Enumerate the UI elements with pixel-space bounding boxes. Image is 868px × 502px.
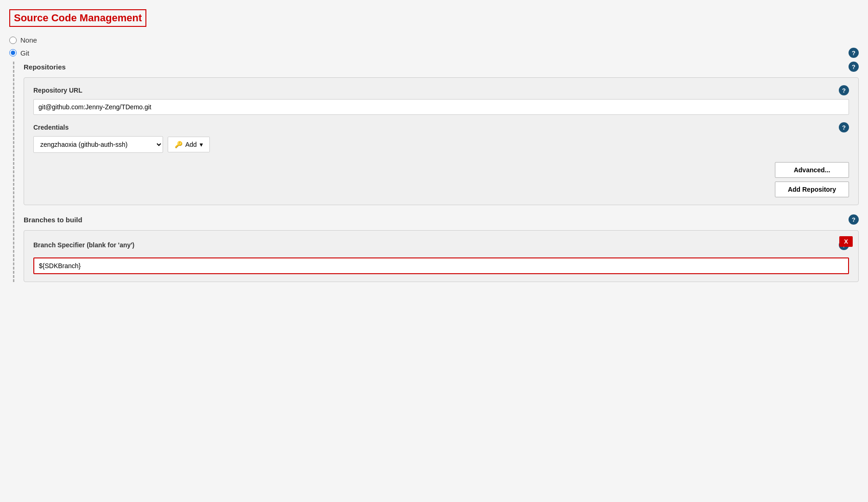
credentials-label: Credentials (33, 124, 69, 131)
git-section: Repositories ? Repository URL ? Credenti… (13, 62, 859, 282)
dropdown-arrow-icon: ▾ (200, 141, 203, 148)
branches-section: Branches to build ? X Branch Specifier (… (24, 214, 859, 282)
branches-help-icon[interactable]: ? (849, 214, 859, 225)
branches-box: X Branch Specifier (blank for 'any') ? (24, 230, 859, 282)
repo-url-input[interactable] (33, 99, 849, 115)
git-radio[interactable] (9, 49, 17, 56)
git-radio-row: Git ? (9, 48, 859, 58)
add-button-label: Add (185, 141, 197, 148)
credentials-row-header: Credentials ? (33, 122, 849, 132)
branches-header: Branches to build ? (24, 214, 859, 225)
repository-box: Repository URL ? Credentials ? zengzhaox… (24, 77, 859, 205)
repo-url-label: Repository URL (33, 87, 82, 94)
branch-specifier-input[interactable] (33, 257, 849, 274)
add-credentials-button[interactable]: 🔑 Add ▾ (168, 137, 210, 152)
credentials-controls: zengzhaoxia (github-auth-ssh) - none - 🔑… (33, 136, 849, 153)
repositories-header: Repositories ? (24, 62, 859, 72)
none-radio-row: None (9, 36, 859, 44)
key-icon: 🔑 (175, 141, 182, 148)
git-help-icon[interactable]: ? (849, 48, 859, 58)
repositories-title: Repositories (24, 63, 66, 71)
action-buttons-row: Advanced... Add Repository (33, 162, 849, 197)
advanced-button[interactable]: Advanced... (775, 162, 849, 178)
add-repository-button[interactable]: Add Repository (775, 182, 849, 197)
page-title: Source Code Management (9, 9, 146, 27)
remove-branch-button[interactable]: X (839, 236, 853, 247)
none-label[interactable]: None (20, 36, 37, 44)
credentials-select[interactable]: zengzhaoxia (github-auth-ssh) - none - (33, 136, 163, 153)
git-label[interactable]: Git (20, 49, 29, 57)
none-radio[interactable] (9, 37, 17, 44)
page-container: Source Code Management None Git ? Reposi… (9, 9, 859, 282)
branch-specifier-label: Branch Specifier (blank for 'any') (33, 241, 134, 249)
repositories-help-icon[interactable]: ? (849, 62, 859, 72)
branches-title: Branches to build (24, 216, 82, 224)
repo-url-row: Repository URL ? (33, 85, 849, 95)
branch-specifier-row: Branch Specifier (blank for 'any') ? (33, 240, 849, 250)
repo-url-help-icon[interactable]: ? (839, 85, 849, 95)
credentials-help-icon[interactable]: ? (839, 122, 849, 132)
